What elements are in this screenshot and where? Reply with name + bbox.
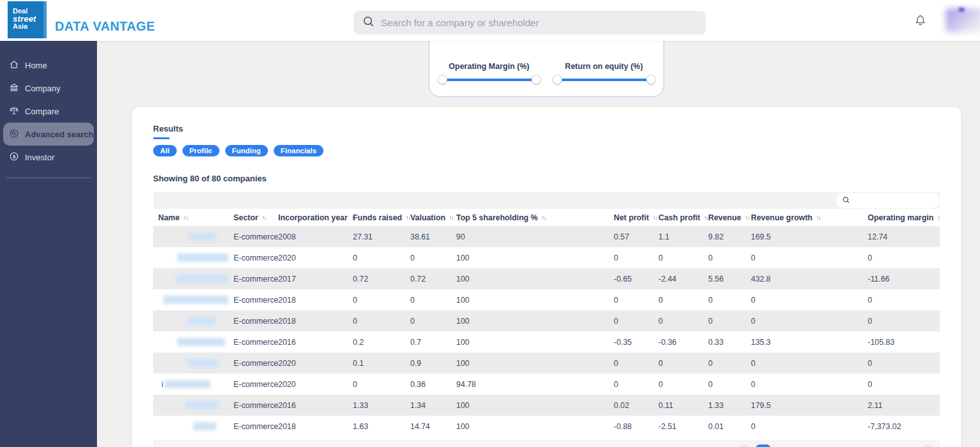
column-header-sector[interactable]: Sector↑↓ — [228, 209, 273, 226]
column-header-revenue-growth[interactable]: Revenue growth↑↓ — [746, 209, 863, 226]
table-row[interactable]: E-commerce20200010000000 — [153, 247, 940, 268]
table-row[interactable]: E-commerce20181.6314.74100-0.88-2.510.01… — [153, 416, 940, 437]
table-cell: 0 — [348, 289, 405, 310]
column-header-top-5-shareholding-[interactable]: Top 5 shareholding %↑↓ — [451, 209, 609, 226]
table-cell: 9.82 — [703, 226, 746, 247]
table-cell: 0 — [609, 310, 653, 331]
sort-icon[interactable]: ↑↓ — [542, 215, 546, 221]
pagination-page-3[interactable]: 3 — [792, 444, 808, 447]
sidebar-item-advanced-search[interactable]: Advanced search — [3, 123, 94, 146]
slider-handle-max[interactable] — [531, 75, 541, 84]
table-row[interactable]: E-commerce20161.331.341000.020.111.33179… — [153, 395, 940, 416]
pagination-prev-icon[interactable]: ‹ — [737, 444, 752, 447]
pagination-page-5[interactable]: 5 — [845, 444, 861, 447]
column-header-revenue[interactable]: Revenue↑↓ — [703, 209, 746, 226]
company-name-redacted[interactable] — [153, 226, 228, 247]
column-header-incorporation-year[interactable]: Incorporation year↑↓ — [273, 209, 348, 226]
pagination-page-8[interactable]: 8 — [901, 444, 916, 447]
chip-profile[interactable]: Profile — [182, 145, 219, 156]
table-cell: 2018 — [273, 289, 348, 310]
sort-icon[interactable]: ↑↓ — [352, 215, 356, 221]
pagination-page-4[interactable]: 4 — [811, 444, 826, 447]
table-cell: 2.11 — [863, 395, 940, 416]
table-cell: E-commerce — [228, 226, 273, 247]
chip-financials[interactable]: Financials — [274, 145, 323, 156]
pagination-page-6[interactable]: 6 — [864, 444, 879, 447]
search-circle-icon — [9, 128, 19, 140]
sort-icon[interactable]: ↑↓ — [653, 215, 657, 221]
column-header-name[interactable]: Name↑↓ — [153, 209, 228, 226]
slider-handle-min[interactable] — [553, 75, 562, 84]
sort-icon[interactable]: ↑↓ — [816, 215, 820, 221]
sort-icon[interactable]: ↑↓ — [262, 215, 267, 221]
bell-icon[interactable] — [914, 14, 926, 29]
table-row[interactable]: E-commerce20160.20.7100-0.35-0.360.33135… — [153, 331, 940, 352]
table-cell: E-commerce — [228, 268, 273, 289]
sort-icon[interactable]: ↑↓ — [449, 215, 454, 221]
table-row[interactable]: iE-commerce202000.3694.7800000 — [153, 374, 940, 395]
table-cell: 0 — [405, 247, 451, 268]
table-cell: 0 — [348, 374, 405, 395]
global-search[interactable] — [353, 11, 706, 34]
table-cell: 0 — [863, 352, 940, 374]
user-account-redacted[interactable] — [946, 8, 980, 33]
pagination-page-1[interactable]: 1 — [755, 444, 771, 447]
table-cell: 2018 — [273, 416, 348, 437]
sort-icon[interactable]: ↑↓ — [704, 215, 708, 221]
table-cell: -2.44 — [653, 268, 703, 289]
sort-icon[interactable]: ↑↓ — [406, 215, 410, 221]
pagination-page-2[interactable]: 2 — [774, 444, 789, 447]
table-cell: 0 — [653, 310, 703, 331]
company-name-redacted[interactable] — [153, 247, 228, 268]
sidebar-item-company[interactable]: Company — [3, 77, 94, 100]
sidebar-item-investor[interactable]: $ Investor — [3, 146, 94, 169]
sort-icon[interactable]: ↑↓ — [745, 215, 750, 221]
return-on-equity-slider[interactable] — [557, 79, 651, 81]
sort-icon[interactable]: ↑↓ — [184, 215, 188, 221]
company-name-redacted[interactable] — [153, 289, 228, 310]
pagination-page-7[interactable]: 7 — [882, 444, 898, 447]
global-search-input[interactable] — [381, 17, 697, 28]
table-search[interactable] — [836, 193, 940, 208]
company-name-redacted[interactable] — [153, 416, 228, 437]
sort-icon[interactable]: ↑↓ — [937, 215, 940, 221]
table-row[interactable]: E-commerce20170.720.72100-0.65-2.445.564… — [153, 268, 940, 289]
table-cell: 38.61 — [405, 226, 451, 247]
table-cell: 0.72 — [405, 268, 451, 289]
table-cell: 0 — [405, 289, 451, 310]
column-header-operating-margin[interactable]: Operating margin↑↓ — [863, 209, 940, 226]
chip-funding[interactable]: Funding — [225, 145, 268, 156]
table-cell: 100 — [451, 247, 609, 268]
dealstreetasia-logo[interactable]: Deal street Asia — [8, 1, 47, 38]
sidebar-item-home[interactable]: Home — [3, 54, 94, 77]
column-header-funds-raised[interactable]: Funds raised↑↓ — [348, 209, 405, 226]
operating-margin-slider[interactable] — [442, 79, 537, 81]
table-cell: 0.02 — [609, 395, 653, 416]
company-name-redacted[interactable] — [153, 268, 228, 289]
company-name-redacted[interactable]: i — [153, 374, 228, 395]
company-name-redacted[interactable] — [153, 331, 228, 352]
table-body: E-commerce200827.3138.61900.571.19.82169… — [153, 226, 940, 437]
table-row[interactable]: E-commerce20180010000000 — [153, 289, 940, 310]
slider-handle-max[interactable] — [646, 75, 656, 84]
chip-all[interactable]: All — [153, 145, 177, 156]
table-row[interactable]: E-commerce200827.3138.61900.571.19.82169… — [153, 226, 940, 247]
table-row[interactable]: E-commerce20200.10.910000000 — [153, 352, 940, 374]
column-header-cash-profit[interactable]: Cash profit↑↓ — [653, 209, 703, 226]
sidebar-item-compare[interactable]: Compare — [3, 100, 94, 123]
company-name-redacted[interactable] — [153, 395, 228, 416]
company-name-redacted[interactable] — [153, 352, 228, 374]
table-cell: 0 — [746, 416, 863, 437]
table-cell: 100 — [451, 416, 609, 437]
pagination-next-icon[interactable]: › — [919, 444, 935, 447]
table-cell: 0 — [348, 310, 405, 331]
column-header-net-profit[interactable]: Net profit↑↓ — [609, 209, 653, 226]
column-header-valuation[interactable]: Valuation↑↓ — [405, 209, 451, 226]
table-search-input[interactable] — [854, 197, 930, 204]
table-row[interactable]: E-commerce20180010000000 — [153, 310, 940, 331]
name-blur — [177, 338, 225, 346]
table-cell: 100 — [451, 268, 609, 289]
company-name-redacted[interactable] — [153, 310, 228, 331]
sidebar-item-label: Home — [25, 61, 47, 70]
slider-handle-min[interactable] — [438, 75, 447, 84]
